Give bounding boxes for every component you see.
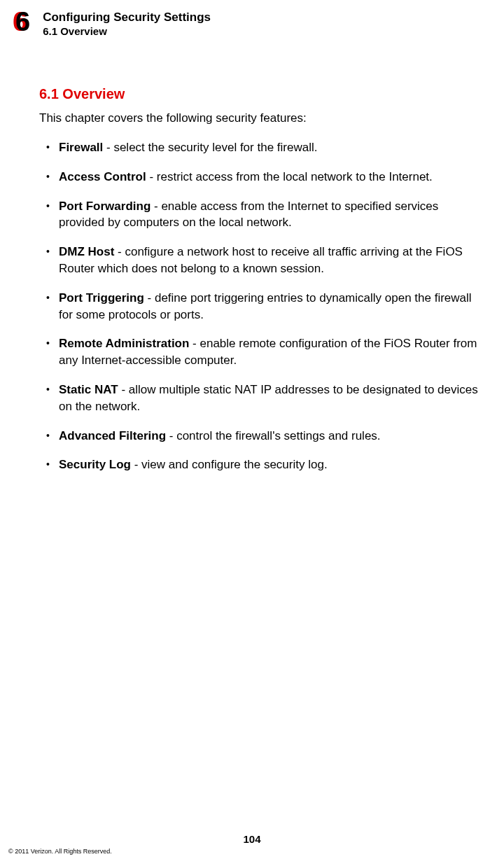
feature-term: DMZ Host bbox=[59, 245, 114, 258]
feature-desc: - configure a network host to receive al… bbox=[59, 245, 463, 275]
page-number: 104 bbox=[0, 833, 504, 845]
feature-term: Port Forwarding bbox=[59, 200, 150, 213]
list-item: Advanced Filtering - control the firewal… bbox=[46, 428, 484, 445]
copyright: © 2011 Verizon. All Rights Reserved. bbox=[0, 848, 504, 855]
feature-term: Firewall bbox=[59, 141, 103, 154]
feature-desc: - control the firewall's settings and ru… bbox=[166, 429, 381, 442]
feature-term: Static NAT bbox=[59, 383, 118, 396]
feature-term: Advanced Filtering bbox=[59, 429, 166, 442]
header-titles: Configuring Security Settings 6.1 Overvi… bbox=[43, 8, 211, 37]
feature-desc: - allow multiple static NAT IP addresses… bbox=[59, 383, 478, 413]
list-item: Access Control - restrict access from th… bbox=[46, 169, 484, 186]
feature-term: Security Log bbox=[59, 458, 131, 471]
feature-desc: - view and configure the security log. bbox=[131, 458, 328, 471]
page-content: 6.1 Overview This chapter covers the fol… bbox=[0, 37, 504, 473]
list-item: Port Triggering - define port triggering… bbox=[46, 290, 484, 323]
feature-term: Port Triggering bbox=[59, 291, 144, 305]
features-list: Firewall - select the security level for… bbox=[39, 139, 484, 473]
list-item: Remote Administration - enable remote co… bbox=[46, 335, 484, 369]
list-item: Firewall - select the security level for… bbox=[46, 139, 484, 156]
feature-term: Access Control bbox=[59, 170, 146, 183]
intro-text: This chapter covers the following securi… bbox=[39, 111, 484, 127]
page-footer: 104 © 2011 Verizon. All Rights Reserved. bbox=[0, 833, 504, 859]
chapter-number: 6 bbox=[15, 8, 30, 35]
list-item: DMZ Host - configure a network host to r… bbox=[46, 244, 484, 277]
page-header: 6 Configuring Security Settings 6.1 Over… bbox=[0, 0, 504, 37]
chapter-title: Configuring Security Settings bbox=[43, 10, 211, 25]
section-heading: 6.1 Overview bbox=[39, 86, 484, 102]
feature-desc: - select the security level for the fire… bbox=[103, 141, 317, 154]
list-item: Static NAT - allow multiple static NAT I… bbox=[46, 382, 484, 415]
feature-desc: - restrict access from the local network… bbox=[146, 170, 433, 183]
list-item: Port Forwarding - enable access from the… bbox=[46, 198, 484, 232]
feature-term: Remote Administration bbox=[59, 337, 189, 350]
list-item: Security Log - view and configure the se… bbox=[46, 456, 484, 473]
header-section-label: 6.1 Overview bbox=[43, 25, 211, 37]
